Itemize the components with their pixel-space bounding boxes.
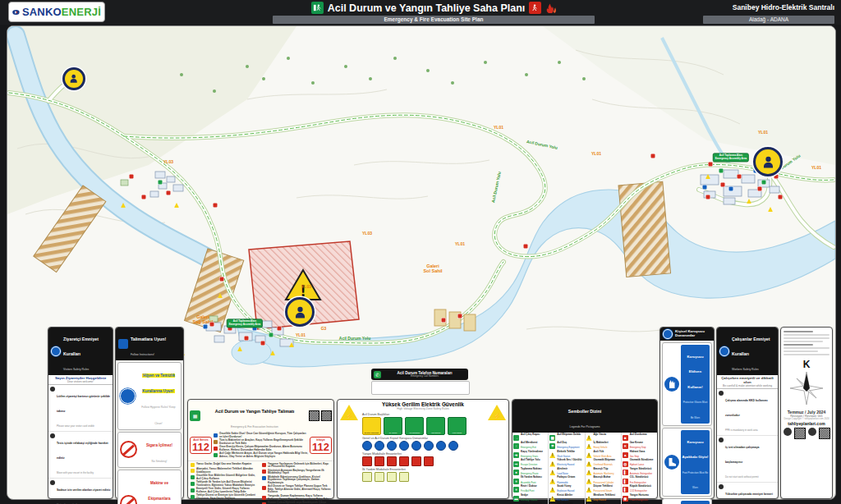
rule-text-en: Please wear your visitor card visible — [57, 424, 94, 428]
logo-text-sanko: SANKO — [22, 6, 62, 18]
ppe-sign-icon — [664, 377, 679, 392]
rule-text-en: Move with your escort in the facility — [57, 471, 94, 474]
instructions-icon — [118, 339, 128, 349]
hv-title: Yüksek Gerilim Elektrik Güvenlik — [338, 401, 508, 407]
follow-instructions-title: Talimatlara Uyun! — [131, 337, 166, 341]
cert-logo — [784, 428, 792, 436]
fire-inventory-icon — [424, 456, 434, 466]
step-text: Önce Enerjiyi Kesin, Çalışan Ekipmanları… — [219, 446, 308, 451]
hv-tile: Elektrik Çarpması — [362, 417, 381, 435]
hv-ppe-icon — [362, 441, 372, 451]
step-text: Yanıcı Gazlar, Doğal Gaz ana Vanaları Ka… — [196, 463, 251, 466]
symbol-icon: ◉ — [623, 496, 628, 502]
worker-rule-row: Çalışma alanında KKD kullanımı zorunludu… — [717, 389, 778, 436]
symbols-legend-panel: Semboller Dizini Legends For Pictograms … — [512, 399, 658, 499]
worker-icon — [719, 346, 729, 356]
evacuation-step: Acil Durum ve Yangın Tahliye Planına Uyg… — [262, 485, 331, 494]
helmet-icon — [663, 329, 673, 339]
instruction-text-en: No Smoking! — [152, 460, 168, 463]
rule-text-tr: Sadece izin verilen alanları ziyaret edi… — [57, 488, 110, 492]
evacuation-instruction-panel: ▦ Acil Durum ve Yangın Tahliye Talimatı … — [187, 399, 334, 499]
symbol-icon: ● — [513, 470, 519, 475]
fire-number: 112 — [312, 442, 329, 452]
step-text: Emniyetli Yere Gidin, Güvenli Kaçış Yoll… — [196, 488, 260, 493]
fire-inventory-icon — [375, 456, 384, 466]
symbols-col-4: ■Acil DurdurmaEmergency Stop✕Gaz KesmeGa… — [622, 433, 657, 504]
hv-ppe-icon — [436, 441, 446, 451]
emergency-numbers-board — [371, 381, 470, 395]
rule-text-tr: İş izni olmadan çalışmaya başlamayınız — [725, 446, 759, 464]
instruction-text-en: Follow Hygiene Rules! Keep Clean! — [141, 405, 175, 424]
ppe-text-tr: Koruyucu Ayakkabı Giyin! — [682, 440, 708, 459]
step-icon — [262, 486, 266, 490]
follow-instructions-subtitle: Follow Instructions! — [131, 353, 154, 356]
fire-running-man-icon — [529, 2, 541, 14]
step-icon — [214, 433, 218, 438]
qr-code — [321, 410, 332, 421]
step-text: Akaryakıt, Yanıcı Malzemeleri Tehlikeli … — [196, 468, 260, 474]
step-icon — [191, 482, 195, 486]
visitor-welcome-en: Dear visitors welcome! — [50, 380, 111, 383]
symbol-icon: ➔ — [513, 452, 519, 458]
page-title: Acil Durum ve Yangın Tahliye Saha Planı — [328, 2, 526, 14]
hv-ppe-icon — [399, 441, 409, 451]
evacuation-right-steps: Yangının Yayılmasını Önlemek İçin Bölmel… — [262, 462, 331, 504]
step-text: Yangının Yayılmasını Önlemek İçin Bölmel… — [268, 463, 331, 469]
compass-north-label: K — [781, 359, 832, 370]
ppe-cards: Koruyucu Eldiven Kullanın!Protective Glo… — [660, 342, 714, 504]
symbol-icon: + — [513, 487, 519, 493]
evacuation-plan-icon: ▦ — [190, 410, 200, 421]
worker-rule-row: İş izni olmadan çalışmaya başlamayınızDo… — [717, 436, 778, 483]
evacuation-title: Acil Durum ve Yangın Tahliye Talimatı — [215, 409, 294, 414]
visitor-rule-row: Tesis içinde refakatçi eşliğinde hareket… — [48, 432, 113, 479]
symbol-icon: ! — [549, 452, 555, 458]
follow-instructions-panel: Talimatlara Uyun!Follow Instructions! Hi… — [115, 327, 184, 499]
cert-logo — [808, 428, 816, 436]
symbols-col-1: →Acil Çıkış KapısıEmergency Exit↑Acil Me… — [512, 433, 549, 504]
symbol-icon: ↑ — [513, 443, 519, 449]
hv-ppe-icon — [411, 441, 421, 451]
evacuation-step: Önce Enerjiyi Kesin, Çalışan Ekipmanları… — [214, 446, 308, 451]
symbol-icon: ! — [549, 487, 555, 493]
ppe-text-en: Protective Gloves Must Be Worn — [683, 401, 708, 419]
svg-text:!: ! — [301, 282, 306, 300]
symbol-icon: ! — [586, 461, 592, 467]
symbols-title: Semboller Dizini — [568, 409, 601, 414]
rule-icon — [50, 433, 55, 438]
step-text: Yangında, Duman Kaplamamış Kaçış Yolları… — [268, 495, 331, 501]
workers-rules-subtitle: Workers Safety Rules — [732, 368, 759, 371]
rule-icon — [50, 480, 55, 485]
instruction-card: Sigara İçilmez!No Smoking! — [117, 432, 182, 468]
instruction-sign-icon — [120, 495, 137, 504]
hv-tile: Acil Müdahale — [405, 417, 424, 435]
symbol-icon: ! — [586, 435, 592, 441]
symbol-icon: ! — [586, 496, 592, 502]
plan-copyright: Design Copyright © tahliyeplanlari.com 2… — [781, 418, 832, 420]
visitor-rules-list: Lütfen ziyaretçi kartınızı görünür şekil… — [48, 385, 113, 504]
evacuation-step: Tahliye Düzeni ve Emniyet İçin Güvenlik … — [191, 494, 260, 500]
workers-rules-panel: Çalışanlar Emniyet KurallarıWorkers Safe… — [716, 327, 779, 499]
step-text: Tahliye Düzeni ve Emniyet İçin Güvenlik … — [196, 494, 260, 500]
qr-code — [819, 428, 830, 439]
plan-title-block: Acil Durum ve Yangın Tahliye Saha Planı … — [273, 0, 595, 25]
rule-text-tr: Tesis içinde refakatçi eşliğinde hareket… — [57, 442, 108, 460]
fire-inventory-icon — [411, 456, 421, 466]
fire-phone-box: İtfaiye 112 — [310, 437, 332, 454]
firstaid-inventory-icon — [362, 472, 372, 482]
step-text: Gücünüzü Aşmayan Başlangıç Yangınlarına … — [268, 470, 331, 475]
step-icon — [191, 488, 195, 493]
symbol-icon: ! — [586, 470, 592, 475]
fire-inventory-icon — [399, 456, 409, 466]
symbol-icon: ◎ — [623, 461, 628, 467]
evacuation-step: Müdahale Edemiyorsanız Uzaklaşın, Kişise… — [262, 476, 331, 485]
firstaid-inventory-icon — [375, 472, 384, 482]
symbol-icon: ▌ — [623, 479, 628, 484]
symbol-icon: ▦ — [549, 435, 555, 441]
hv-tile: Kalp Masajı — [448, 417, 466, 435]
hv-section4-label: İlk Yardım Müdahale Envanterleri — [362, 468, 484, 471]
worker-rule-row: Yüksekte çalışmada emniyet kemeri takını… — [717, 483, 778, 504]
symbol-icon: ▌ — [623, 470, 628, 475]
emergency-numbers-subtitle: Emergency Call Numbers — [384, 375, 466, 378]
hv-ppe-icon — [448, 441, 458, 451]
site-name: Sanibey Hidro-Elektrik Santralı — [703, 0, 834, 16]
